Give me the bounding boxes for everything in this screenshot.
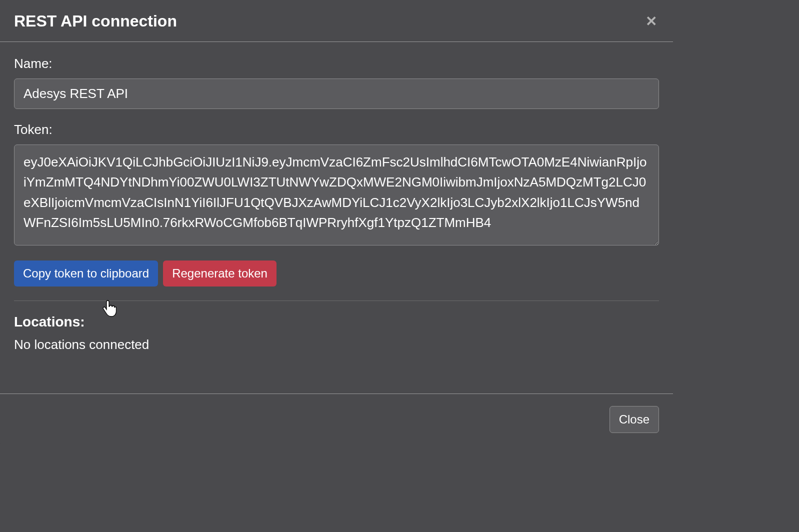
token-textarea[interactable]: eyJ0eXAiOiJKV1QiLCJhbGciOiJIUzI1NiJ9.eyJ… [14,144,659,246]
token-label: Token: [14,122,659,138]
token-button-row: Copy token to clipboard Regenerate token [14,260,659,301]
dialog-footer: Close [0,394,673,445]
name-input[interactable] [14,78,659,109]
copy-token-button[interactable]: Copy token to clipboard [14,260,158,286]
name-label: Name: [14,56,659,72]
close-button[interactable]: Close [610,406,659,433]
rest-api-connection-dialog: REST API connection ✕ Name: Token: eyJ0e… [0,0,673,445]
locations-heading: Locations: [14,314,659,330]
locations-empty-text: No locations connected [14,337,659,352]
dialog-header: REST API connection ✕ [0,0,673,42]
close-icon[interactable]: ✕ [644,14,659,28]
dialog-title: REST API connection [14,12,177,30]
regenerate-token-button[interactable]: Regenerate token [163,260,276,286]
dialog-body: Name: Token: eyJ0eXAiOiJKV1QiLCJhbGciOiJ… [0,42,673,394]
